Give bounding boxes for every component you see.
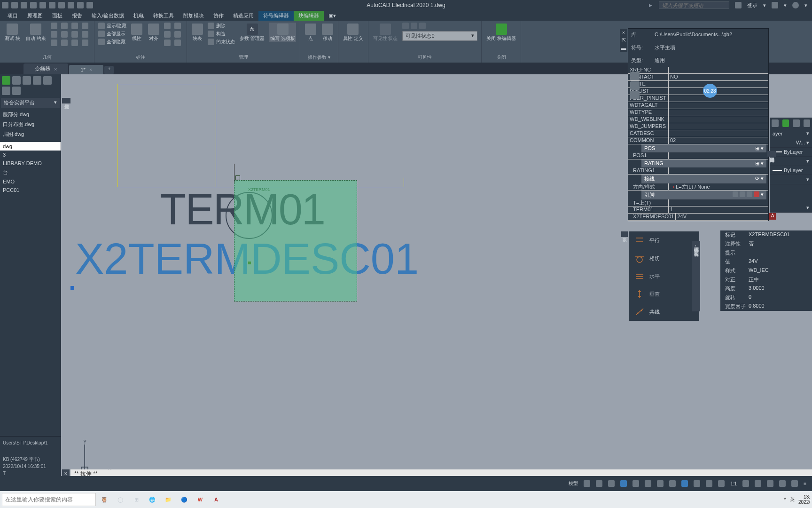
geo-icon-10[interactable] (61, 40, 68, 46)
wire-tools[interactable]: ⟳ ▾ (755, 175, 764, 183)
point-button[interactable]: 点 (304, 23, 317, 42)
aligned-button[interactable]: 对齐 (147, 23, 160, 42)
undo-icon[interactable] (30, 2, 37, 8)
tree-item[interactable]: LIBRARY DEMO (0, 159, 61, 167)
help-icon[interactable] (792, 2, 799, 8)
close-editor-button[interactable]: 关闭 块编辑器 (485, 23, 517, 42)
login-dropdown[interactable]: ▾ (763, 2, 766, 8)
xchange-dropdown[interactable]: ▾ (784, 2, 787, 8)
cortana-icon[interactable]: 🦉 (97, 492, 112, 507)
min-panel-icon[interactable]: ▬ (620, 44, 627, 52)
pin-panel-icon[interactable]: ⇱ (620, 36, 627, 44)
layer-icon-1[interactable] (772, 119, 779, 127)
status-osnap-icon[interactable] (631, 479, 641, 488)
taskbar-search[interactable] (2, 493, 96, 506)
arrow-right-icon[interactable] (77, 2, 84, 8)
layer-row[interactable]: W... ▾ (770, 138, 812, 148)
menu-schematic[interactable]: 原理图 (23, 11, 47, 21)
palette-icon-2[interactable] (630, 81, 640, 90)
grip-handle-center[interactable] (248, 262, 251, 264)
status-snap-icon[interactable] (594, 479, 604, 488)
layer-row[interactable]: ByLayer (770, 166, 812, 175)
status-scale[interactable]: 1:1 (728, 480, 739, 487)
draw-vertical[interactable]: 垂直 (629, 285, 699, 303)
layer-row[interactable]: ayer▾ (770, 129, 812, 138)
menu-reports[interactable]: 报告 (67, 11, 87, 21)
tool-icon-2[interactable] (12, 76, 21, 85)
status-model[interactable]: 模型 (567, 479, 580, 488)
geo-icon-2[interactable] (61, 23, 68, 29)
geo-icon-5[interactable] (51, 31, 57, 38)
author-palette-button[interactable]: 编写 选项板 (269, 23, 296, 42)
status-dyn-icon[interactable] (655, 479, 665, 488)
tool-icon-3[interactable] (23, 76, 31, 85)
delete-constraint[interactable]: 删除 (208, 23, 235, 29)
add-tab-button[interactable]: + (104, 66, 114, 74)
tree-item[interactable]: 局图.dwg (0, 129, 61, 139)
tool-icon-6[interactable] (2, 87, 10, 95)
dim-icon-2[interactable] (174, 23, 181, 29)
status-gear-icon[interactable] (741, 479, 751, 488)
status-otrack-icon[interactable] (643, 479, 653, 488)
tray-up-icon[interactable]: ^ (784, 497, 786, 502)
status-anno-icon[interactable] (704, 479, 714, 488)
status-polar-icon[interactable] (618, 479, 629, 488)
dim-icon-4[interactable] (174, 31, 181, 38)
test-block-button[interactable]: 测试 块 (4, 23, 21, 42)
status-plus-icon[interactable] (753, 479, 763, 488)
status-max-icon[interactable] (777, 479, 788, 488)
layer-row[interactable]: ▾ (770, 175, 812, 184)
status-human-icon[interactable] (716, 479, 726, 488)
edge-icon[interactable]: 🌐 (145, 492, 160, 507)
status-grid-icon[interactable] (582, 479, 592, 488)
move-button[interactable]: 移动 (321, 23, 334, 42)
dim-icon-1[interactable] (164, 23, 171, 29)
autocad-icon[interactable]: A (209, 492, 224, 507)
status-ortho-icon[interactable] (606, 479, 617, 488)
draw-horizontal[interactable]: 水平 (629, 267, 699, 285)
status-iso-icon[interactable] (765, 479, 775, 488)
constraint-status[interactable]: 约束状态 (208, 39, 235, 45)
refresh-icon[interactable] (2, 76, 10, 85)
block-table-button[interactable]: 块表 (191, 23, 204, 42)
draw-parallel[interactable]: 平行 (629, 231, 699, 249)
linear-button[interactable]: 线性 (130, 23, 143, 42)
circle-icon[interactable]: ◯ (113, 492, 128, 507)
dim-show-all[interactable]: 全部显示 (98, 31, 127, 37)
print-icon[interactable] (49, 2, 55, 8)
taskview-icon[interactable]: ⊞ (129, 492, 144, 507)
geo-icon-11[interactable] (71, 40, 78, 46)
draw-tangent[interactable]: 相切 (629, 249, 699, 267)
status-cust-icon[interactable] (789, 479, 800, 488)
acad-badge[interactable]: A (769, 213, 776, 220)
menu-panel[interactable]: 面板 (47, 11, 67, 21)
dim-show-hide[interactable]: 显示/隐藏 (98, 23, 127, 29)
geo-icon-9[interactable] (51, 40, 57, 46)
project-combo[interactable]: 给合实训平台▾ (1, 98, 60, 108)
attdef-button[interactable]: 属性 定义 (342, 23, 364, 42)
tab-1[interactable]: 1*× (69, 65, 103, 74)
geo-icon-6[interactable] (61, 31, 68, 38)
menu-convert[interactable]: 转换工具 (148, 11, 179, 21)
layer-icon-2[interactable] (782, 119, 789, 127)
layer-icon-4[interactable] (804, 119, 811, 127)
status-menu-icon[interactable]: ≡ (802, 480, 808, 487)
geo-icon-4[interactable] (82, 23, 88, 29)
signin-icon[interactable] (735, 2, 742, 8)
tree-item[interactable]: EMO (0, 177, 61, 186)
rating-tools[interactable]: ⊞ ▾ (755, 160, 764, 167)
chrome-icon[interactable]: 🔵 (177, 492, 192, 507)
palette-icon-1[interactable] (630, 72, 640, 80)
menu-em[interactable]: 机电 (129, 11, 148, 21)
status-sel-icon[interactable] (692, 479, 702, 488)
arrow-left-icon[interactable] (68, 2, 74, 8)
menu-collab[interactable]: 协作 (209, 11, 228, 21)
side-tab-pos-rules[interactable]: 位置代号规则 (62, 98, 70, 103)
geo-icon-7[interactable] (71, 31, 78, 38)
help-dropdown[interactable]: ▾ (804, 2, 807, 8)
tree-item[interactable]: 口分布图.dwg (0, 119, 61, 129)
pos-tools[interactable]: ⊞ ▾ (755, 145, 764, 151)
tree-item[interactable]: 3 (0, 151, 61, 159)
palette-side-label[interactable]: 块编写选项板 - 所有选项板 (692, 241, 700, 311)
new-icon[interactable] (21, 2, 27, 8)
